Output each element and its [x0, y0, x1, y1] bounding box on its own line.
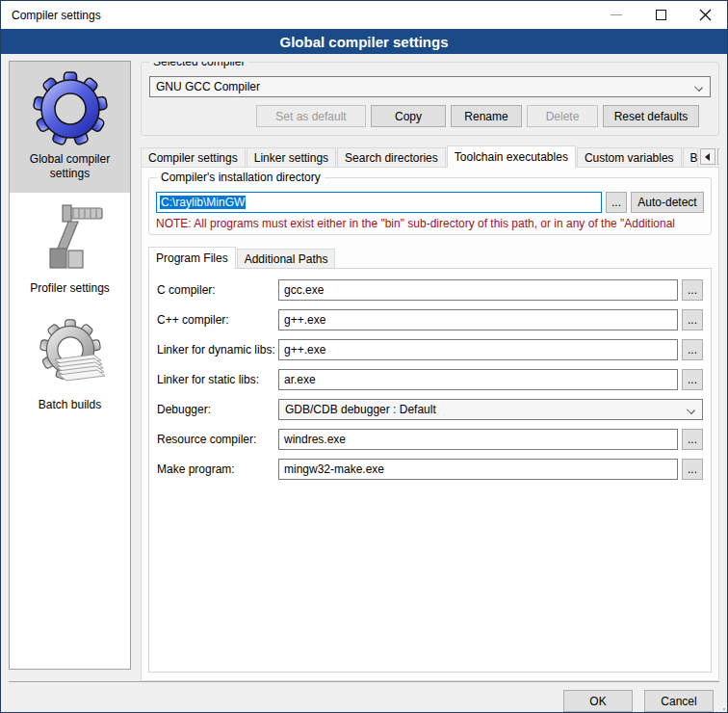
- executables-notebook: Program Files Additional Paths C compile…: [148, 247, 712, 673]
- set-as-default-button[interactable]: Set as default: [256, 105, 366, 127]
- linker-dynamic-input[interactable]: [278, 339, 678, 360]
- c-compiler-label: C compiler:: [157, 283, 278, 297]
- settings-notebook: Compiler settings Linker settings Search…: [141, 145, 719, 681]
- maximize-button[interactable]: [638, 1, 683, 29]
- tab-additional-paths[interactable]: Additional Paths: [237, 249, 336, 269]
- close-button[interactable]: [683, 1, 727, 29]
- arrow-left-icon: [701, 153, 710, 161]
- linker-static-row: Linker for static libs: ...: [157, 369, 703, 390]
- chevron-down-icon: [694, 83, 703, 92]
- make-program-label: Make program:: [157, 462, 278, 476]
- sidebar-item-profiler-settings[interactable]: Profiler settings: [10, 193, 130, 307]
- installation-directory-browse-button[interactable]: ...: [606, 192, 627, 213]
- dialog-body: Global compiler settings Profiler settin…: [1, 54, 727, 681]
- sidebar-item-label: Batch builds: [33, 394, 107, 412]
- executables-tabstrip: Program Files Additional Paths: [148, 247, 712, 269]
- linker-static-input[interactable]: [278, 369, 678, 390]
- cpp-compiler-input[interactable]: [278, 309, 678, 330]
- linker-static-label: Linker for static libs:: [157, 373, 278, 386]
- close-icon: [699, 9, 712, 21]
- linker-dynamic-row: Linker for dynamic libs: ...: [157, 339, 703, 360]
- sidebar-item-label: Global compiler settings: [10, 148, 130, 181]
- linker-static-browse-button[interactable]: ...: [682, 369, 703, 390]
- dialog-header-title: Global compiler settings: [279, 34, 448, 50]
- selected-compiler-value: GNU GCC Compiler: [156, 80, 260, 93]
- tab-toolchain-executables[interactable]: Toolchain executables: [447, 145, 576, 168]
- gray-gear-stack-icon: [32, 315, 109, 394]
- program-files-page: C compiler: ... C++ compiler:: [148, 268, 712, 673]
- dialog-header: Global compiler settings: [1, 29, 727, 54]
- selected-compiler-select[interactable]: GNU GCC Compiler: [149, 76, 711, 97]
- linker-dynamic-browse-button[interactable]: ...: [682, 339, 703, 360]
- tab-scroll-left-button[interactable]: [700, 148, 715, 165]
- footer-buttons: OK Cancel: [1, 682, 727, 712]
- resource-compiler-label: Resource compiler:: [157, 433, 278, 446]
- caliper-icon: [33, 200, 108, 277]
- maximize-icon: [656, 10, 666, 20]
- tab-linker-settings[interactable]: Linker settings: [247, 147, 336, 168]
- installation-directory-label: Compiler's installation directory: [157, 171, 325, 184]
- global-compiler-settings-panel: Selected compiler GNU GCC Compiler Set a…: [141, 62, 719, 681]
- installation-directory-row: C:\raylib\MinGW ... Auto-detect: [156, 192, 704, 213]
- settings-category-list: Global compiler settings Profiler settin…: [9, 61, 131, 670]
- c-compiler-input[interactable]: [278, 279, 678, 301]
- selected-compiler-group-label: Selected compiler: [149, 62, 248, 68]
- installation-directory-input[interactable]: C:\raylib\MinGW: [156, 192, 602, 213]
- debugger-label: Debugger:: [157, 403, 278, 416]
- tab-scroll-arrows: [700, 148, 719, 165]
- make-program-browse-button[interactable]: ...: [682, 459, 703, 480]
- ok-button[interactable]: OK: [563, 690, 633, 712]
- make-program-input[interactable]: [278, 459, 678, 480]
- dialog-footer: OK Cancel: [1, 681, 727, 712]
- resize-grip[interactable]: [715, 708, 725, 713]
- window-title: Compiler settings: [1, 9, 101, 22]
- blue-gear-icon: [32, 69, 109, 148]
- debugger-row: Debugger: GDB/CDB debugger : Default: [157, 399, 703, 420]
- minimize-button[interactable]: [594, 1, 638, 29]
- titlebar[interactable]: Compiler settings: [1, 1, 727, 29]
- resource-compiler-input[interactable]: [278, 429, 678, 450]
- auto-detect-button[interactable]: Auto-detect: [631, 192, 704, 213]
- cpp-compiler-label: C++ compiler:: [157, 313, 278, 327]
- tab-build-options[interactable]: Builc: [683, 147, 698, 168]
- debugger-value: GDB/CDB debugger : Default: [285, 403, 436, 416]
- debugger-select[interactable]: GDB/CDB debugger : Default: [278, 399, 703, 420]
- bin-subdirectory-note: NOTE: All programs must exist either in …: [156, 217, 704, 230]
- settings-tabstrip: Compiler settings Linker settings Search…: [141, 145, 719, 168]
- linker-dynamic-label: Linker for dynamic libs:: [157, 343, 278, 356]
- resource-compiler-browse-button[interactable]: ...: [682, 429, 703, 450]
- sidebar-item-label: Profiler settings: [24, 277, 116, 296]
- sidebar-item-global-compiler-settings[interactable]: Global compiler settings: [10, 62, 130, 193]
- cancel-button[interactable]: Cancel: [644, 690, 714, 712]
- installation-directory-group: Compiler's installation directory C:\ray…: [148, 177, 712, 235]
- window-controls: [594, 1, 727, 29]
- resource-compiler-row: Resource compiler: ...: [157, 429, 703, 450]
- copy-button[interactable]: Copy: [371, 105, 446, 127]
- tab-custom-variables[interactable]: Custom variables: [577, 147, 682, 168]
- c-compiler-row: C compiler: ...: [157, 279, 703, 301]
- chevron-down-icon: [687, 406, 695, 414]
- c-compiler-browse-button[interactable]: ...: [682, 279, 703, 301]
- rename-button[interactable]: Rename: [451, 105, 522, 127]
- toolchain-executables-page: Compiler's installation directory C:\ray…: [141, 167, 719, 681]
- make-program-row: Make program: ...: [157, 459, 703, 480]
- reset-defaults-button[interactable]: Reset defaults: [603, 105, 699, 127]
- compiler-buttons-row: Set as default Copy Rename Delete Reset …: [149, 105, 711, 127]
- cpp-compiler-row: C++ compiler: ...: [157, 309, 703, 330]
- tab-search-directories[interactable]: Search directories: [337, 147, 446, 168]
- compiler-settings-window: Compiler settings Global compiler settin…: [0, 0, 728, 713]
- sidebar-item-batch-builds[interactable]: Batch builds: [10, 307, 130, 424]
- installation-directory-value: C:\raylib\MinGW: [160, 196, 246, 209]
- selected-compiler-group: Selected compiler GNU GCC Compiler Set a…: [141, 62, 719, 136]
- minimize-icon: [611, 14, 622, 15]
- tab-compiler-settings[interactable]: Compiler settings: [141, 147, 246, 168]
- tab-program-files[interactable]: Program Files: [148, 247, 236, 269]
- tab-scroll-right-button[interactable]: [717, 148, 719, 165]
- cpp-compiler-browse-button[interactable]: ...: [682, 309, 703, 330]
- delete-button[interactable]: Delete: [527, 105, 598, 127]
